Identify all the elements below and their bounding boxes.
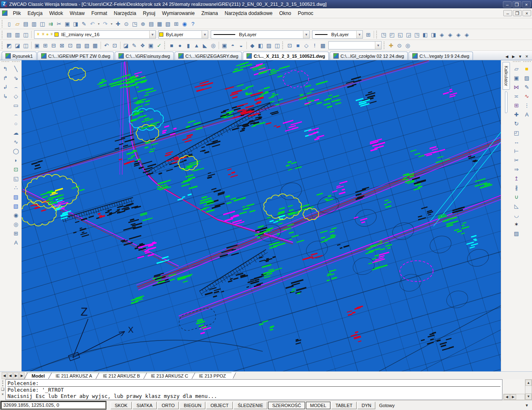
taper-faces-icon[interactable]: ▦: [91, 41, 99, 49]
color-faces-icon[interactable]: ▨: [74, 41, 83, 49]
section-icon[interactable]: ▨: [265, 41, 273, 49]
undo-dropdown-icon[interactable]: ▾: [96, 20, 101, 28]
command-dock-icon[interactable]: ❏: [1, 388, 4, 391]
spline-edit-icon[interactable]: ∿: [523, 92, 531, 100]
copy-faces-icon[interactable]: ⊡: [66, 41, 74, 49]
pline-add-icon[interactable]: ↱: [1, 74, 10, 82]
color-edges-icon[interactable]: ⊡: [111, 41, 119, 49]
plot-style-icon[interactable]: ⊞: [364, 30, 372, 39]
mline-edit-icon[interactable]: ⋮: [523, 101, 531, 109]
layer-states-icon[interactable]: ▥: [13, 30, 22, 39]
scale-icon[interactable]: ◰: [512, 128, 521, 137]
copy-object-icon[interactable]: ▣: [512, 74, 521, 82]
cylinder-icon[interactable]: ▮: [184, 41, 192, 49]
edit-hatch-icon[interactable]: ▨: [512, 229, 521, 237]
hatch-edit-icon[interactable]: ▨: [523, 74, 531, 82]
lineweight-combo[interactable]: ByLayer ▼: [312, 30, 363, 39]
restore-button[interactable]: ❐: [512, 1, 521, 7]
ellipse-icon[interactable]: ◯: [12, 147, 20, 155]
doc-minimize-button[interactable]: –: [503, 10, 512, 16]
redo-icon[interactable]: ↷: [101, 20, 109, 28]
slice-icon[interactable]: ◧: [256, 41, 265, 49]
revolve-icon[interactable]: ◓: [229, 41, 237, 49]
materials-icon[interactable]: ◇: [302, 41, 310, 49]
layer-on-bulb-icon[interactable]: ☀: [36, 32, 40, 37]
view-ne-iso-icon[interactable]: ◈: [454, 30, 463, 39]
view-bottom-icon[interactable]: ◱: [396, 30, 404, 39]
join-icon[interactable]: ∪: [512, 193, 521, 201]
design-center-icon[interactable]: ▦: [155, 20, 164, 28]
toolbar-grip[interactable]: [164, 42, 166, 49]
rectangle-icon[interactable]: ▭: [12, 101, 20, 109]
status-toggle[interactable]: ŚLEDZENIE: [234, 402, 267, 409]
array-icon[interactable]: ⊞: [512, 101, 521, 109]
bring-to-front-icon[interactable]: ◩: [5, 41, 13, 49]
hide-icon[interactable]: ✚: [387, 41, 395, 49]
hatch-icon[interactable]: ▨: [12, 193, 20, 201]
explode-icon[interactable]: ✶: [512, 220, 521, 228]
first-layout-icon[interactable]: ◀: [2, 372, 7, 379]
bring-above-icon[interactable]: ◫: [22, 41, 30, 49]
menu-item[interactable]: Edycja: [24, 9, 46, 17]
status-toggle[interactable]: MODEL: [306, 402, 330, 409]
arc-icon[interactable]: ⌢: [12, 110, 20, 119]
break-icon[interactable]: ∦: [512, 183, 521, 192]
print-preview-icon[interactable]: ◫: [38, 20, 47, 28]
layout-tab[interactable]: IE 211 ARKUSZ A: [50, 373, 98, 379]
layer-previous-icon[interactable]: ◫: [22, 30, 30, 39]
publish-icon[interactable]: ⇉: [47, 20, 55, 28]
arc-3pt-icon[interactable]: ⌢: [12, 83, 20, 91]
document-icon[interactable]: [2, 10, 7, 16]
extrude-faces-icon[interactable]: ▣: [33, 41, 41, 49]
layout-tab[interactable]: Model: [26, 373, 50, 379]
layer-lock-icon[interactable]: ●: [46, 32, 49, 37]
erase-icon[interactable]: ▱: [512, 64, 521, 73]
next-layout-icon[interactable]: ▶: [13, 372, 19, 379]
view-front-icon[interactable]: ◧: [421, 30, 429, 39]
toolbar-grip[interactable]: [2, 20, 3, 27]
zoom-window-icon[interactable]: ◳: [131, 20, 139, 28]
rotate-icon[interactable]: ↻: [512, 119, 521, 128]
color-combo[interactable]: ByLayer ▼: [158, 30, 208, 39]
menu-item[interactable]: Narzędzia: [111, 9, 140, 17]
copy-edges-icon[interactable]: ↶: [102, 41, 111, 49]
spline-icon[interactable]: ∿: [12, 138, 20, 146]
open-icon[interactable]: ▱: [13, 20, 22, 28]
undo-icon[interactable]: ↶: [88, 20, 96, 28]
check-icon[interactable]: ✓: [155, 41, 163, 49]
sphere-icon[interactable]: ●: [176, 41, 184, 49]
command-close-icon[interactable]: ×: [2, 393, 4, 396]
separate-icon[interactable]: ❖: [138, 41, 147, 49]
make-block-icon[interactable]: ◱: [12, 174, 20, 183]
break-at-point-icon[interactable]: ↥: [512, 174, 521, 183]
mtext-icon[interactable]: A: [12, 238, 20, 247]
render-icon[interactable]: ■: [294, 41, 302, 49]
fillet-icon[interactable]: ◡: [512, 211, 521, 219]
extrude-icon[interactable]: ▣: [220, 41, 229, 49]
send-to-back-icon[interactable]: ◪: [13, 41, 22, 49]
status-toggle[interactable]: SZEROKOŚĆ: [268, 402, 305, 409]
properties-palette-icon[interactable]: ▤: [147, 20, 155, 28]
xline-icon[interactable]: ⇘: [12, 74, 20, 82]
linetype-combo[interactable]: ByLayer ▼: [211, 30, 310, 39]
document-tab[interactable]: Rysunek1: [2, 52, 37, 60]
view-top-icon[interactable]: ◰: [388, 30, 396, 39]
lights-icon[interactable]: !: [310, 41, 319, 49]
layout-tab[interactable]: IE 213 PPOZ: [194, 373, 232, 379]
status-toggle[interactable]: ORTO: [158, 402, 179, 409]
layer-properties-icon[interactable]: ▤: [5, 30, 13, 39]
menu-item[interactable]: Widok: [46, 9, 66, 17]
polygon-icon[interactable]: ◇: [12, 92, 20, 100]
extend-icon[interactable]: ⇒: [512, 165, 521, 173]
region-icon[interactable]: ◎: [12, 220, 20, 228]
doc-close-button[interactable]: ×: [522, 10, 531, 16]
print-icon[interactable]: ▥: [30, 20, 38, 28]
document-tab[interactable]: C:\...\GRE\sinusy.dwg: [115, 52, 174, 60]
scroll-left-icon[interactable]: ◀: [504, 394, 510, 400]
match-properties-icon[interactable]: ✎: [80, 20, 88, 28]
status-toggle[interactable]: SKOK: [111, 402, 132, 409]
toolbar-grip[interactable]: [12, 61, 20, 63]
scroll-down-icon[interactable]: ▼: [525, 393, 532, 400]
toolbar-grip[interactable]: [523, 61, 531, 63]
render-settings-icon[interactable]: ◎: [404, 41, 412, 49]
